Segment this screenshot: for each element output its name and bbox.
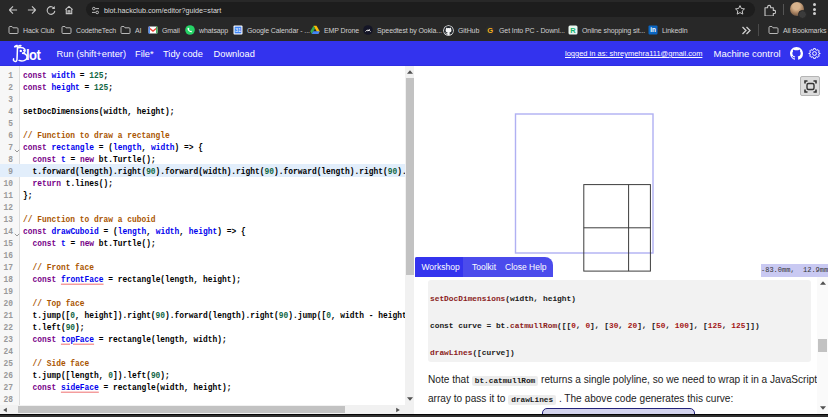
svg-text:in: in [650,26,656,33]
svg-text:R: R [570,26,576,35]
svg-text:31: 31 [235,27,241,33]
svg-text:G: G [487,26,493,35]
